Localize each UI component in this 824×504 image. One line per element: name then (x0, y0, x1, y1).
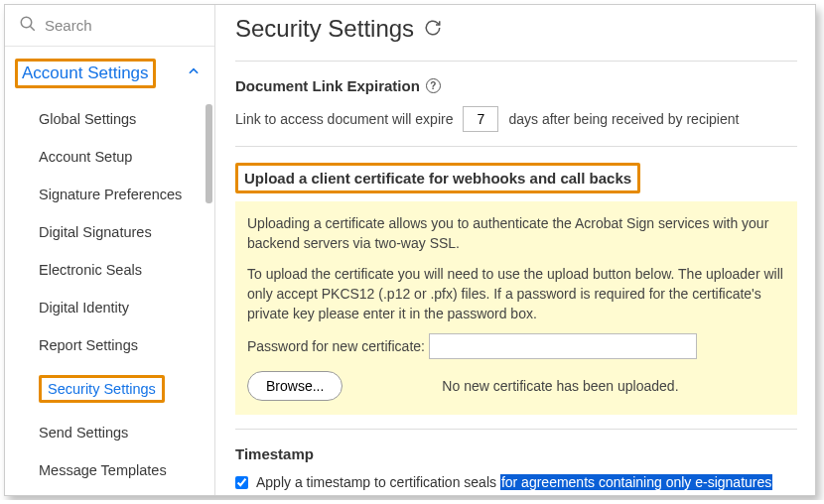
sidebar-item-account-setup[interactable]: Account Setup (5, 138, 214, 176)
account-settings-label: Account Settings (15, 59, 156, 88)
divider (235, 61, 797, 62)
svg-line-1 (30, 26, 35, 31)
sidebar-item-label: Account Setup (39, 149, 132, 165)
sidebar: Account Settings Global Settings Account… (5, 5, 215, 495)
account-settings-header[interactable]: Account Settings (5, 47, 214, 100)
search-icon (19, 15, 37, 36)
page-title: Security Settings (235, 15, 797, 43)
divider (235, 146, 797, 147)
refresh-icon[interactable] (424, 15, 442, 43)
link-expiration-prefix: Link to access document will expire (235, 111, 453, 127)
sidebar-item-message-templates[interactable]: Message Templates (5, 451, 214, 489)
scrollbar-thumb[interactable] (206, 104, 212, 203)
sidebar-item-global-settings[interactable]: Global Settings (5, 100, 214, 138)
sidebar-item-security-settings[interactable]: Security Settings (5, 364, 214, 414)
sidebar-item-report-settings[interactable]: Report Settings (5, 326, 214, 364)
chevron-up-icon (187, 63, 201, 83)
sidebar-item-signature-preferences[interactable]: Signature Preferences (5, 176, 214, 213)
sidebar-item-label: Report Settings (39, 337, 138, 353)
app-window: Account Settings Global Settings Account… (4, 4, 816, 496)
cert-password-row: Password for new certificate: (247, 333, 783, 359)
browse-button[interactable]: Browse... (247, 371, 343, 401)
sidebar-item-label: Digital Signatures (39, 224, 152, 240)
timestamp-checkbox[interactable] (235, 476, 248, 489)
timestamp-highlight-text: for agreements containing only e-signatu… (500, 474, 772, 490)
link-expiration-suffix: days after being received by recipient (508, 111, 739, 127)
sidebar-item-label: Signature Preferences (39, 187, 182, 202)
sidebar-item-send-settings[interactable]: Send Settings (5, 414, 214, 451)
link-expiration-days-input[interactable] (463, 106, 498, 132)
sidebar-item-label: Electronic Seals (39, 262, 142, 278)
nav-items: Global Settings Account Setup Signature … (5, 100, 214, 489)
sidebar-item-label: Message Templates (39, 462, 167, 478)
cert-upload-status: No new certificate has been uploaded. (442, 376, 678, 396)
link-expiration-title: Document Link Expiration ? (235, 77, 441, 94)
cert-password-label: Password for new certificate: (247, 336, 425, 356)
page-title-text: Security Settings (235, 15, 414, 43)
nav-scroll: Global Settings Account Setup Signature … (5, 100, 214, 495)
sidebar-item-label: Digital Identity (39, 300, 129, 315)
help-icon[interactable]: ? (426, 78, 441, 93)
link-expiration-row: Link to access document will expire days… (235, 106, 797, 132)
sidebar-item-digital-identity[interactable]: Digital Identity (5, 289, 214, 326)
timestamp-title: Timestamp (235, 445, 314, 462)
sidebar-item-digital-signatures[interactable]: Digital Signatures (5, 213, 214, 251)
timestamp-row: Apply a timestamp to certification seals… (235, 474, 797, 490)
upload-cert-desc-1: Uploading a certificate allows you to au… (247, 213, 783, 254)
sidebar-item-label: Send Settings (39, 425, 128, 441)
section-title-text: Document Link Expiration (235, 77, 420, 94)
timestamp-label-text: Apply a timestamp to certification seals (256, 474, 500, 490)
svg-point-0 (21, 17, 32, 28)
upload-cert-panel: Uploading a certificate allows you to au… (235, 201, 797, 415)
timestamp-label: Apply a timestamp to certification seals… (256, 474, 772, 490)
search-box[interactable] (5, 5, 214, 47)
upload-cert-title: Upload a client certificate for webhooks… (235, 163, 640, 193)
cert-browse-row: Browse... No new certificate has been up… (247, 371, 783, 401)
main-panel: Security Settings Document Link Expirati… (215, 5, 815, 495)
sidebar-item-label: Security Settings (39, 375, 165, 403)
upload-cert-desc-2: To upload the certificate you will need … (247, 264, 783, 324)
divider (235, 429, 797, 430)
sidebar-item-electronic-seals[interactable]: Electronic Seals (5, 251, 214, 289)
search-input[interactable] (45, 17, 201, 34)
sidebar-item-label: Global Settings (39, 111, 136, 127)
cert-password-input[interactable] (429, 333, 697, 359)
